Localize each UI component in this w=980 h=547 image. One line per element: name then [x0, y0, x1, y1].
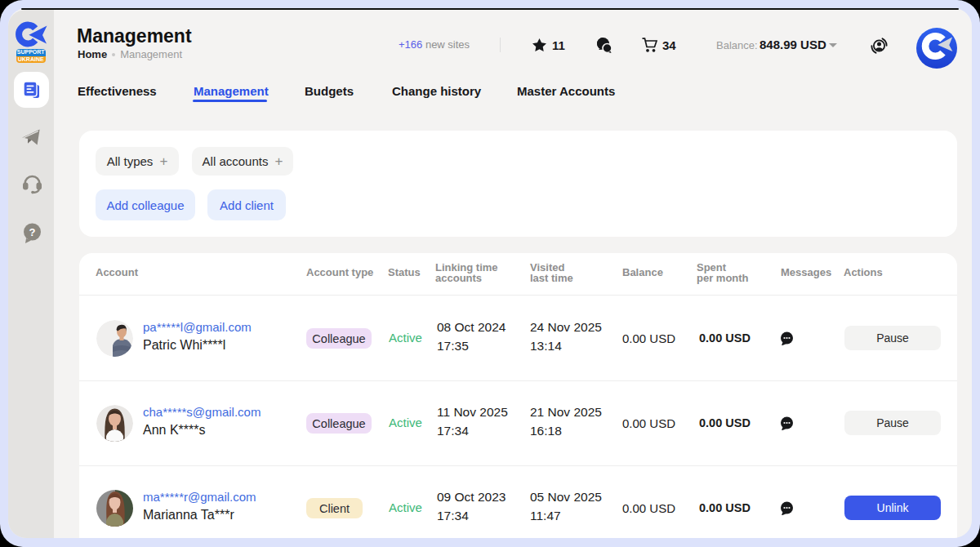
svg-text:?: ? — [29, 226, 36, 238]
